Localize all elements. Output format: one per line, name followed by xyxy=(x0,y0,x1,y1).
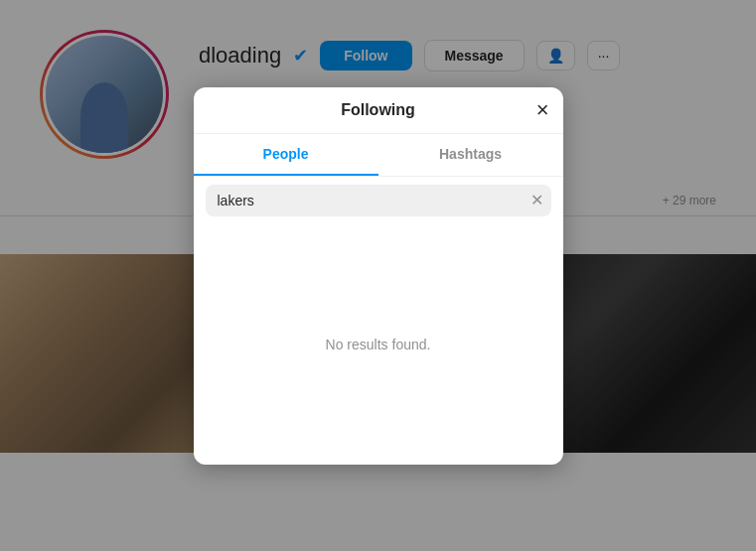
modal-close-button[interactable]: × xyxy=(536,99,549,121)
tab-people[interactable]: People xyxy=(194,134,378,176)
search-container: ✕ xyxy=(194,177,563,224)
following-modal: Following × People Hashtags ✕ No results… xyxy=(194,87,563,465)
modal-header: Following × xyxy=(194,87,563,134)
modal-title: Following xyxy=(341,101,415,119)
modal-overlay[interactable]: Following × People Hashtags ✕ No results… xyxy=(0,0,756,551)
no-results-text: No results found. xyxy=(326,337,431,352)
search-input[interactable] xyxy=(206,185,551,216)
tab-hashtags[interactable]: Hashtags xyxy=(378,134,563,176)
clear-search-button[interactable]: ✕ xyxy=(530,193,543,208)
no-results-container: No results found. xyxy=(194,224,563,465)
modal-tabs: People Hashtags xyxy=(194,134,563,177)
